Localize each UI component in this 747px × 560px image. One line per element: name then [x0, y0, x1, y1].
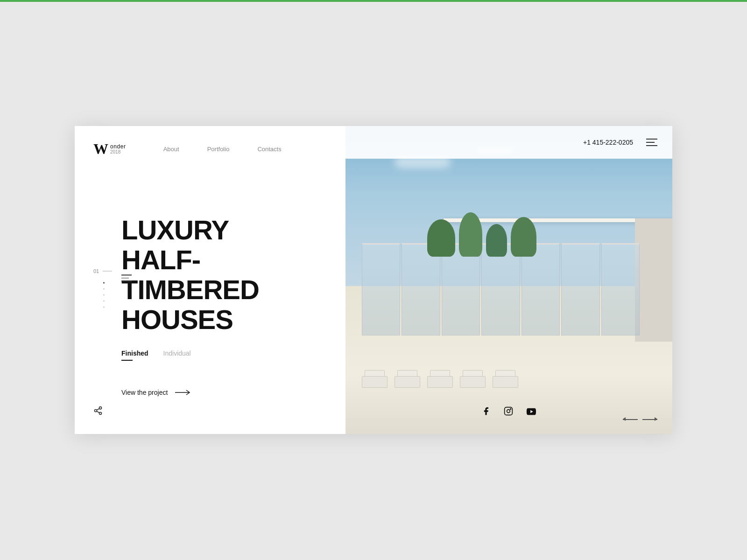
page-wrapper: W onder 2018 About Portfolio Contacts 01 — [75, 126, 672, 434]
share-button[interactable] — [93, 406, 103, 417]
view-project-button[interactable]: View the project — [121, 389, 327, 396]
instagram-icon[interactable] — [504, 406, 513, 417]
tab-finished[interactable]: Finished — [121, 350, 148, 361]
glass-panel-6 — [561, 243, 599, 336]
arrow-right-icon — [175, 390, 192, 395]
slide-dots — [103, 282, 105, 308]
prev-arrow[interactable] — [623, 419, 638, 420]
tree-2 — [459, 212, 482, 257]
chair-1 — [362, 376, 388, 388]
svg-point-3 — [99, 412, 102, 414]
hamburger-line-3 — [121, 280, 132, 281]
right-panel: +1 415-222-0205 — [345, 126, 672, 434]
tree-1 — [427, 219, 455, 257]
hero-title-line1: LUXURY — [121, 215, 229, 245]
slide-indicators: 01 — [93, 268, 112, 308]
dot-5[interactable] — [103, 307, 105, 308]
svg-line-5 — [97, 408, 99, 410]
hamburger-right[interactable] — [646, 139, 657, 146]
glass-panel-1 — [362, 243, 400, 336]
glass-panel-4 — [481, 243, 520, 336]
top-progress-bar — [0, 0, 747, 2]
tab-individual[interactable]: Individual — [163, 350, 191, 361]
glass-panel-3 — [442, 243, 480, 336]
hero-title: LUXURY HALF-TIMBERED HOUSES — [121, 215, 327, 334]
facebook-icon[interactable] — [481, 406, 491, 417]
glass-panel-2 — [402, 243, 440, 336]
hamburger-line-2 — [121, 278, 129, 279]
hamburger-r-line-3 — [646, 145, 657, 146]
hamburger-r-line-1 — [646, 139, 657, 140]
slide-number: 01 — [93, 268, 112, 274]
tree-3 — [486, 224, 507, 257]
youtube-icon[interactable] — [526, 407, 536, 417]
furniture-area — [362, 376, 656, 388]
slide-line — [103, 271, 112, 271]
tree-4 — [511, 217, 536, 257]
glass-panel-7 — [601, 243, 640, 336]
chair-5 — [493, 376, 518, 388]
social-icons — [481, 406, 536, 417]
hero-title-line3: HOUSES — [121, 304, 233, 335]
hamburger-line-1 — [121, 274, 132, 275]
tabs: Finished Individual — [121, 350, 327, 361]
svg-point-8 — [510, 409, 511, 410]
glass-panel-5 — [521, 243, 560, 336]
tree-group — [427, 212, 536, 257]
nav-arrows — [623, 419, 657, 420]
svg-point-2 — [95, 410, 97, 412]
left-panel: W onder 2018 About Portfolio Contacts 01 — [75, 126, 345, 434]
view-project-label: View the project — [121, 389, 168, 396]
chair-3 — [427, 376, 453, 388]
building-wall — [635, 218, 672, 342]
dot-1[interactable] — [103, 282, 105, 284]
svg-point-1 — [99, 407, 102, 409]
dot-3[interactable] — [103, 294, 105, 296]
main-content: LUXURY HALF-TIMBERED HOUSES Finished Ind… — [75, 149, 345, 434]
dot-4[interactable] — [103, 301, 105, 302]
next-arrow[interactable] — [642, 419, 657, 420]
hamburger-left[interactable] — [121, 274, 132, 281]
svg-rect-6 — [505, 407, 513, 415]
right-header: +1 415-222-0205 — [345, 126, 672, 159]
hamburger-r-line-2 — [646, 142, 655, 143]
chair-2 — [395, 376, 420, 388]
phone-number: +1 415-222-0205 — [583, 139, 633, 146]
glass-facade — [362, 243, 640, 336]
dot-2[interactable] — [103, 288, 105, 290]
hero-title-line2: HALF-TIMBERED — [121, 245, 259, 305]
svg-line-4 — [97, 411, 99, 413]
hero-image — [345, 126, 672, 434]
svg-point-7 — [507, 410, 510, 413]
chair-4 — [460, 376, 486, 388]
